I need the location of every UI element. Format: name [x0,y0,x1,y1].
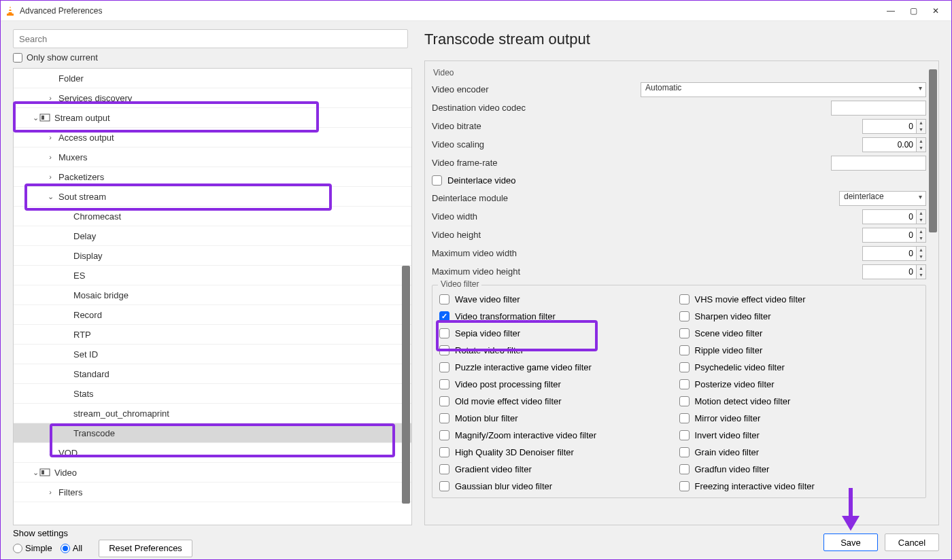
filter-checkbox[interactable]: Gaussian blur video filter [439,478,679,495]
filter-checkbox[interactable]: Old movie effect video filter [439,393,679,410]
vlc-icon [5,5,16,16]
tree-item[interactable]: Chromecast [14,207,411,226]
settings-panel: Video Video encoder Automatic Destinatio… [424,60,939,525]
tree-item[interactable]: Record [14,305,411,325]
save-button[interactable]: Save [823,533,878,551]
filter-checkbox[interactable]: Video transformation filter [439,308,679,325]
checkbox-icon [679,481,690,491]
only-show-current-checkbox[interactable]: Only show current [13,52,408,63]
tree-item-label: Standard [73,369,109,379]
checkbox-icon [679,447,690,457]
tree-item-label: Delay [73,231,96,241]
framerate-input[interactable] [831,156,926,171]
filter-checkbox[interactable]: Grain video filter [679,444,919,461]
checkbox-icon [439,447,449,457]
svg-rect-5 [41,116,44,120]
max-width-spinner[interactable]: ▲▼ [862,246,926,261]
filter-label: VHS movie effect video filter [695,294,806,304]
filter-checkbox[interactable]: Sharpen video filter [679,308,919,325]
filter-checkbox[interactable]: Puzzle interactive game video filter [439,359,679,376]
chevron-icon: ⌄ [31,113,39,122]
filter-checkbox[interactable]: Sepia video filter [439,325,679,342]
tree-item[interactable]: ›Filters [14,483,411,502]
radio-all[interactable]: All [61,543,82,553]
filter-label: Invert video filter [695,430,760,440]
tree-item[interactable]: ›Access output [14,128,411,147]
tree-item-label: Folder [58,73,84,84]
tree-item[interactable]: ES [14,266,411,285]
svg-rect-3 [8,11,12,12]
tree-item[interactable]: ›Services discovery [14,88,411,108]
tree-item[interactable]: Folder [14,69,411,88]
tree-item[interactable]: Set ID [14,345,411,364]
tree-item[interactable]: ⌄Stream output [14,108,411,128]
video-encoder-select[interactable]: Automatic [641,82,926,97]
close-button[interactable]: ✕ [932,6,939,16]
filter-checkbox[interactable]: High Quality 3D Denoiser filter [439,444,679,461]
max-height-spinner[interactable]: ▲▼ [862,264,926,279]
checkbox-icon [679,328,690,338]
filter-checkbox[interactable]: Rotate video filter [439,342,679,359]
maximize-button[interactable]: ▢ [910,6,917,16]
reset-preferences-button[interactable]: Reset Preferences [99,540,192,557]
tree-scrollbar[interactable] [402,266,410,504]
scaling-spinner[interactable]: ▲▼ [862,137,926,152]
minimize-button[interactable]: — [887,6,895,16]
tree-item[interactable]: Stats [14,384,411,404]
filter-label: High Quality 3D Denoiser filter [455,447,574,457]
scaling-label: Video scaling [432,139,641,150]
filter-checkbox[interactable]: Magnify/Zoom interactive video filter [439,427,679,444]
deint-module-label: Deinterlace module [432,193,641,203]
filter-checkbox[interactable]: Gradient video filter [439,461,679,478]
bitrate-spinner[interactable]: ▲▼ [862,119,926,134]
video-width-spinner[interactable]: ▲▼ [862,209,926,224]
cancel-button[interactable]: Cancel [885,533,939,551]
tree-item[interactable]: Transcode [14,423,411,443]
filter-checkbox[interactable]: Psychedelic video filter [679,359,919,376]
tree-item[interactable]: ›VOD [14,443,411,463]
tree-item-label: Set ID [73,349,98,360]
chevron-icon: › [46,449,54,457]
filter-checkbox[interactable]: Video post processing filter [439,376,679,393]
filter-checkbox[interactable]: Ripple video filter [679,342,919,359]
video-height-spinner[interactable]: ▲▼ [862,228,926,243]
tree-item[interactable]: Standard [14,364,411,384]
chevron-icon: ⌄ [46,192,54,201]
filter-checkbox[interactable]: Invert video filter [679,427,919,444]
category-tree: Folder›Services discovery⌄Stream output›… [13,68,412,525]
only-show-current-label: Only show current [27,52,98,63]
tree-item[interactable]: Delay [14,226,411,246]
search-input[interactable] [13,29,408,48]
checkbox-icon [679,430,690,440]
filter-checkbox[interactable]: Wave video filter [439,291,679,308]
checkbox-icon [439,396,449,406]
radio-simple[interactable]: Simple [13,543,52,553]
dest-codec-input[interactable] [831,101,926,116]
filter-checkbox[interactable]: Gradfun video filter [679,461,919,478]
tree-item-label: Mosaic bridge [73,290,129,300]
settings-scrollbar[interactable] [929,69,937,232]
filter-checkbox[interactable]: Mirror video filter [679,410,919,427]
filter-checkbox[interactable]: Motion detect video filter [679,393,919,410]
tree-item[interactable]: ⌄Sout stream [14,187,411,207]
deinterlace-checkbox[interactable]: Deinterlace video [432,172,926,189]
tree-item[interactable]: ›Muxers [14,147,411,167]
tree-item[interactable]: RTP [14,325,411,345]
filter-checkbox[interactable]: Motion blur filter [439,410,679,427]
filter-label: Gradfun video filter [695,464,770,474]
filter-checkbox[interactable]: Posterize video filter [679,376,919,393]
tree-item[interactable]: ⌄Video [14,463,411,483]
filter-checkbox[interactable]: Scene video filter [679,325,919,342]
tree-item[interactable]: stream_out_chromaprint [14,404,411,423]
filter-checkbox[interactable]: Freezing interactive video filter [679,478,919,495]
filter-label: Motion blur filter [455,413,517,423]
dest-codec-label: Destination video codec [432,103,641,113]
checkbox-icon [439,311,449,321]
tree-item[interactable]: ›Packetizers [14,167,411,187]
tree-item[interactable]: Display [14,246,411,266]
deint-module-select[interactable]: deinterlace [839,191,926,206]
only-show-current-box[interactable] [13,53,22,63]
tree-item[interactable]: Mosaic bridge [14,285,411,305]
filter-checkbox[interactable]: VHS movie effect video filter [679,291,919,308]
tree-item-label: Filters [58,487,82,497]
